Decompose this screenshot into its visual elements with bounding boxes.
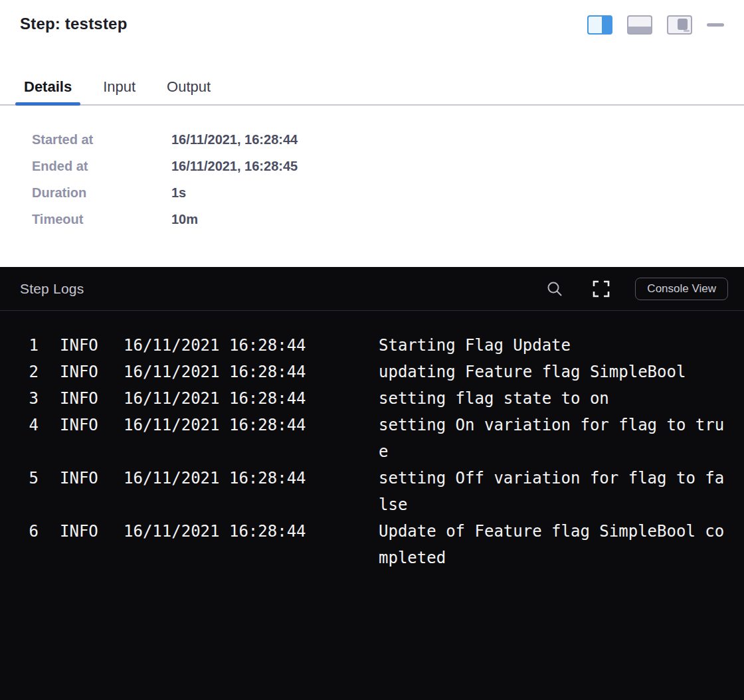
tab-output[interactable]: Output — [158, 70, 219, 104]
tab-input-label: Input — [103, 78, 136, 96]
log-line-number: 6 — [20, 518, 39, 545]
detail-value: 10m — [171, 212, 198, 227]
log-body: 1 INFO 16/11/2021 16:28:44 Starting Flag… — [0, 311, 744, 700]
detail-label: Timeout — [32, 212, 171, 227]
panel-header: Step: teststep — [0, 0, 744, 40]
log-row: 4 INFO 16/11/2021 16:28:44 setting On va… — [20, 412, 744, 465]
log-level: INFO — [60, 518, 98, 545]
console-view-button[interactable]: Console View — [635, 278, 728, 300]
layout-split-right-icon[interactable] — [587, 15, 612, 35]
expand-icon[interactable] — [589, 276, 614, 302]
detail-row-timeout: Timeout 10m — [32, 206, 724, 232]
log-row: 2 INFO 16/11/2021 16:28:44 updating Feat… — [20, 359, 744, 385]
detail-row-started-at: Started at 16/11/2021, 16:28:44 — [32, 126, 724, 153]
layout-bottom-panel-icon[interactable] — [627, 15, 652, 35]
log-level: INFO — [60, 412, 98, 438]
log-row: 1 INFO 16/11/2021 16:28:44 Starting Flag… — [20, 332, 744, 359]
log-timestamp: 16/11/2021 16:28:44 — [124, 359, 306, 385]
detail-label: Started at — [32, 132, 171, 147]
detail-value: 1s — [171, 185, 186, 201]
tab-output-label: Output — [167, 78, 211, 96]
minimize-icon[interactable] — [707, 23, 724, 27]
log-message: setting flag state to on — [379, 385, 725, 412]
floating-panel-strip — [684, 30, 690, 32]
log-level: INFO — [60, 359, 98, 385]
log-message: Update of Feature flag SimpleBool comple… — [379, 518, 725, 571]
floating-panel-inner — [678, 19, 688, 30]
log-message: updating Feature flag SimpleBool — [379, 359, 725, 385]
log-line-number: 3 — [20, 385, 39, 412]
log-timestamp: 16/11/2021 16:28:44 — [124, 465, 306, 491]
tab-bar: Details Input Output — [0, 70, 744, 106]
log-line-number: 1 — [20, 332, 39, 359]
logs-header: Step Logs Console View — [0, 267, 744, 311]
logs-title: Step Logs — [20, 281, 84, 297]
log-level: INFO — [60, 465, 98, 491]
tab-details-label: Details — [24, 78, 72, 96]
detail-value: 16/11/2021, 16:28:45 — [171, 159, 298, 174]
layout-floating-panel-icon[interactable] — [667, 15, 692, 35]
detail-label: Duration — [32, 185, 171, 201]
window-controls — [587, 15, 724, 35]
log-level: INFO — [60, 385, 98, 412]
log-line-number: 4 — [20, 412, 39, 438]
log-line-number: 2 — [20, 359, 39, 385]
details-panel: Started at 16/11/2021, 16:28:44 Ended at… — [0, 106, 744, 267]
log-row: 6 INFO 16/11/2021 16:28:44 Update of Fea… — [20, 518, 744, 571]
detail-label: Ended at — [32, 159, 171, 174]
log-message: setting Off variation for flag to false — [379, 465, 725, 518]
detail-row-ended-at: Ended at 16/11/2021, 16:28:45 — [32, 153, 724, 179]
log-timestamp: 16/11/2021 16:28:44 — [124, 332, 306, 359]
logs-panel: Step Logs Console View 1 — [0, 267, 744, 700]
search-icon[interactable] — [543, 278, 566, 300]
tab-input[interactable]: Input — [94, 70, 144, 104]
log-level: INFO — [60, 332, 98, 359]
log-row: 3 INFO 16/11/2021 16:28:44 setting flag … — [20, 385, 744, 412]
log-message: setting On variation for flag to true — [379, 412, 725, 465]
log-timestamp: 16/11/2021 16:28:44 — [124, 412, 306, 438]
log-message: Starting Flag Update — [379, 332, 725, 359]
page-title: Step: teststep — [20, 15, 128, 33]
detail-value: 16/11/2021, 16:28:44 — [171, 132, 298, 147]
step-panel: Step: teststep Details Input Output Star… — [0, 0, 744, 700]
log-row: 5 INFO 16/11/2021 16:28:44 setting Off v… — [20, 465, 744, 518]
detail-row-duration: Duration 1s — [32, 179, 724, 206]
log-timestamp: 16/11/2021 16:28:44 — [124, 518, 306, 545]
log-line-number: 5 — [20, 465, 39, 491]
log-timestamp: 16/11/2021 16:28:44 — [124, 385, 306, 412]
tab-details[interactable]: Details — [15, 70, 80, 104]
